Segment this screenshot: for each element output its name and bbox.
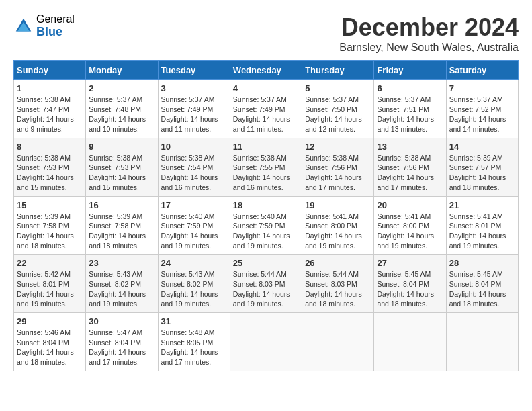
day-info: Sunrise: 5:44 AMSunset: 8:03 PMDaylight:… bbox=[305, 269, 371, 309]
day-info: Sunrise: 5:47 AMSunset: 8:04 PMDaylight:… bbox=[89, 328, 154, 367]
day-number: 1 bbox=[17, 83, 83, 93]
calendar-body: 1Sunrise: 5:38 AMSunset: 7:47 PMDaylight… bbox=[14, 80, 519, 371]
day-number: 31 bbox=[161, 316, 227, 326]
calendar-day-cell: 4Sunrise: 5:37 AMSunset: 7:49 PMDaylight… bbox=[230, 80, 302, 138]
day-info: Sunrise: 5:45 AMSunset: 8:04 PMDaylight:… bbox=[449, 269, 515, 309]
day-info: Sunrise: 5:46 AMSunset: 8:04 PMDaylight:… bbox=[17, 328, 83, 367]
weekday-header-cell: Friday bbox=[374, 61, 446, 80]
day-number: 26 bbox=[305, 258, 371, 268]
calendar-week-row: 22Sunrise: 5:42 AMSunset: 8:01 PMDayligh… bbox=[14, 255, 519, 313]
calendar-day-cell: 6Sunrise: 5:37 AMSunset: 7:51 PMDaylight… bbox=[374, 80, 446, 138]
day-info: Sunrise: 5:41 AMSunset: 8:00 PMDaylight:… bbox=[377, 212, 443, 251]
day-number: 27 bbox=[377, 258, 443, 268]
calendar-day-cell: 9Sunrise: 5:38 AMSunset: 7:53 PMDaylight… bbox=[86, 138, 158, 196]
calendar-day-cell: 22Sunrise: 5:42 AMSunset: 8:01 PMDayligh… bbox=[14, 255, 86, 313]
day-number: 3 bbox=[161, 83, 227, 93]
calendar-day-cell: 31Sunrise: 5:48 AMSunset: 8:05 PMDayligh… bbox=[158, 313, 230, 371]
day-info: Sunrise: 5:39 AMSunset: 7:58 PMDaylight:… bbox=[17, 212, 83, 251]
day-info: Sunrise: 5:38 AMSunset: 7:53 PMDaylight:… bbox=[17, 153, 83, 193]
weekday-header: SundayMondayTuesdayWednesdayThursdayFrid… bbox=[14, 61, 519, 80]
logo: General Blue bbox=[13, 13, 75, 38]
day-number: 10 bbox=[161, 142, 227, 152]
weekday-header-cell: Tuesday bbox=[158, 61, 230, 80]
calendar-day-cell: 5Sunrise: 5:37 AMSunset: 7:50 PMDaylight… bbox=[302, 80, 374, 138]
weekday-header-cell: Thursday bbox=[302, 61, 374, 80]
weekday-header-cell: Monday bbox=[86, 61, 158, 80]
day-info: Sunrise: 5:38 AMSunset: 7:56 PMDaylight:… bbox=[305, 153, 371, 193]
day-info: Sunrise: 5:39 AMSunset: 7:58 PMDaylight:… bbox=[89, 212, 154, 251]
logo-blue: Blue bbox=[36, 26, 75, 39]
day-number: 13 bbox=[377, 142, 443, 152]
calendar-day-cell: 8Sunrise: 5:38 AMSunset: 7:53 PMDaylight… bbox=[14, 138, 86, 196]
day-info: Sunrise: 5:39 AMSunset: 7:57 PMDaylight:… bbox=[449, 153, 515, 193]
day-info: Sunrise: 5:42 AMSunset: 8:01 PMDaylight:… bbox=[17, 269, 83, 309]
day-number: 2 bbox=[89, 83, 154, 93]
day-number: 29 bbox=[17, 316, 83, 326]
calendar-day-cell: 30Sunrise: 5:47 AMSunset: 8:04 PMDayligh… bbox=[86, 313, 158, 371]
day-info: Sunrise: 5:41 AMSunset: 8:01 PMDaylight:… bbox=[449, 212, 515, 251]
calendar-day-cell: 16Sunrise: 5:39 AMSunset: 7:58 PMDayligh… bbox=[86, 196, 158, 255]
day-info: Sunrise: 5:38 AMSunset: 7:55 PMDaylight:… bbox=[233, 153, 299, 193]
day-number: 5 bbox=[305, 83, 371, 93]
weekday-header-cell: Wednesday bbox=[230, 61, 302, 80]
calendar-day-cell: 12Sunrise: 5:38 AMSunset: 7:56 PMDayligh… bbox=[302, 138, 374, 196]
day-info: Sunrise: 5:40 AMSunset: 7:59 PMDaylight:… bbox=[161, 212, 227, 251]
calendar-day-cell: 13Sunrise: 5:38 AMSunset: 7:56 PMDayligh… bbox=[374, 138, 446, 196]
day-number: 24 bbox=[161, 258, 227, 268]
calendar-day-cell: 28Sunrise: 5:45 AMSunset: 8:04 PMDayligh… bbox=[446, 255, 518, 313]
day-info: Sunrise: 5:38 AMSunset: 7:56 PMDaylight:… bbox=[377, 153, 443, 193]
day-number: 4 bbox=[233, 83, 299, 93]
day-info: Sunrise: 5:44 AMSunset: 8:03 PMDaylight:… bbox=[233, 269, 299, 309]
day-info: Sunrise: 5:37 AMSunset: 7:50 PMDaylight:… bbox=[305, 95, 371, 134]
calendar-day-cell: 20Sunrise: 5:41 AMSunset: 8:00 PMDayligh… bbox=[374, 196, 446, 255]
calendar-day-cell: 18Sunrise: 5:40 AMSunset: 7:59 PMDayligh… bbox=[230, 196, 302, 255]
day-number: 20 bbox=[377, 200, 443, 210]
day-info: Sunrise: 5:45 AMSunset: 8:04 PMDaylight:… bbox=[377, 269, 443, 309]
day-info: Sunrise: 5:43 AMSunset: 8:02 PMDaylight:… bbox=[89, 269, 154, 309]
day-number: 12 bbox=[305, 142, 371, 152]
day-info: Sunrise: 5:37 AMSunset: 7:51 PMDaylight:… bbox=[377, 95, 443, 134]
calendar-week-row: 15Sunrise: 5:39 AMSunset: 7:58 PMDayligh… bbox=[14, 196, 519, 255]
day-info: Sunrise: 5:37 AMSunset: 7:52 PMDaylight:… bbox=[449, 95, 515, 134]
logo-general: General bbox=[36, 13, 75, 26]
calendar-day-cell bbox=[446, 313, 518, 371]
day-number: 6 bbox=[377, 83, 443, 93]
day-info: Sunrise: 5:38 AMSunset: 7:53 PMDaylight:… bbox=[89, 153, 154, 193]
day-number: 17 bbox=[161, 200, 227, 210]
calendar-day-cell: 2Sunrise: 5:37 AMSunset: 7:48 PMDaylight… bbox=[86, 80, 158, 138]
logo-text: General Blue bbox=[36, 13, 75, 38]
day-number: 21 bbox=[449, 200, 515, 210]
calendar-day-cell: 15Sunrise: 5:39 AMSunset: 7:58 PMDayligh… bbox=[14, 196, 86, 255]
weekday-header-cell: Sunday bbox=[14, 61, 86, 80]
title-area: December 2024 Barnsley, New South Wales,… bbox=[339, 13, 519, 54]
day-info: Sunrise: 5:37 AMSunset: 7:49 PMDaylight:… bbox=[233, 95, 299, 134]
calendar-day-cell bbox=[230, 313, 302, 371]
month-title: December 2024 bbox=[339, 13, 519, 42]
calendar-day-cell: 3Sunrise: 5:37 AMSunset: 7:49 PMDaylight… bbox=[158, 80, 230, 138]
calendar-day-cell: 7Sunrise: 5:37 AMSunset: 7:52 PMDaylight… bbox=[446, 80, 518, 138]
calendar-day-cell bbox=[302, 313, 374, 371]
header: General Blue December 2024 Barnsley, New… bbox=[13, 13, 519, 54]
location-subtitle: Barnsley, New South Wales, Australia bbox=[339, 42, 519, 54]
calendar-day-cell: 21Sunrise: 5:41 AMSunset: 8:01 PMDayligh… bbox=[446, 196, 518, 255]
calendar-day-cell: 24Sunrise: 5:43 AMSunset: 8:02 PMDayligh… bbox=[158, 255, 230, 313]
calendar-day-cell: 27Sunrise: 5:45 AMSunset: 8:04 PMDayligh… bbox=[374, 255, 446, 313]
day-info: Sunrise: 5:43 AMSunset: 8:02 PMDaylight:… bbox=[161, 269, 227, 309]
calendar-table: SundayMondayTuesdayWednesdayThursdayFrid… bbox=[13, 60, 519, 371]
day-number: 19 bbox=[305, 200, 371, 210]
day-info: Sunrise: 5:40 AMSunset: 7:59 PMDaylight:… bbox=[233, 212, 299, 251]
day-info: Sunrise: 5:48 AMSunset: 8:05 PMDaylight:… bbox=[161, 328, 227, 367]
day-number: 23 bbox=[89, 258, 154, 268]
day-number: 16 bbox=[89, 200, 154, 210]
calendar-day-cell: 14Sunrise: 5:39 AMSunset: 7:57 PMDayligh… bbox=[446, 138, 518, 196]
calendar-day-cell bbox=[374, 313, 446, 371]
day-info: Sunrise: 5:37 AMSunset: 7:49 PMDaylight:… bbox=[161, 95, 227, 134]
calendar-day-cell: 23Sunrise: 5:43 AMSunset: 8:02 PMDayligh… bbox=[86, 255, 158, 313]
day-number: 28 bbox=[449, 258, 515, 268]
calendar-day-cell: 1Sunrise: 5:38 AMSunset: 7:47 PMDaylight… bbox=[14, 80, 86, 138]
day-number: 7 bbox=[449, 83, 515, 93]
calendar-day-cell: 25Sunrise: 5:44 AMSunset: 8:03 PMDayligh… bbox=[230, 255, 302, 313]
logo-icon bbox=[13, 16, 34, 36]
day-number: 25 bbox=[233, 258, 299, 268]
calendar-day-cell: 26Sunrise: 5:44 AMSunset: 8:03 PMDayligh… bbox=[302, 255, 374, 313]
